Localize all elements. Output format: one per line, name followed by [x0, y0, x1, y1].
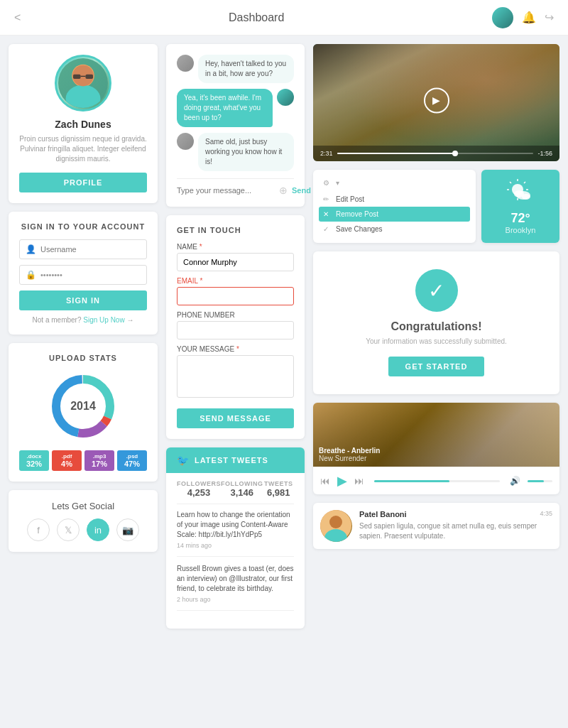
- tweets-header-title: LATEST TWEETS: [195, 456, 268, 464]
- instagram-icon[interactable]: 📷: [116, 518, 139, 541]
- video-controls: 2:31 -1:56: [313, 146, 559, 161]
- phone-input[interactable]: [177, 321, 294, 339]
- music-progress-bar[interactable]: [374, 480, 500, 482]
- tweets-card: 🐦 LATEST TWEETS FOLLOWERS 4,253 FOLLOWIN…: [166, 447, 305, 629]
- dropdown-item-remove[interactable]: ✕ Remove Post: [319, 207, 470, 222]
- filetype-psd: .psd47%: [117, 450, 147, 471]
- tweets-count-stat: TWEETS 6,981: [263, 480, 295, 498]
- weather-temp: 72°: [510, 211, 530, 226]
- contact-form-card: GET IN TOUCH NAME * EMAIL * PHONE NUMBER…: [166, 215, 305, 439]
- rewind-icon[interactable]: ⏮: [320, 475, 330, 487]
- chat-bubble-3: Same old, just busy working you know how…: [198, 133, 294, 171]
- topbar: < Dashboard 🔔 ↪: [0, 0, 568, 36]
- video-progress-bar[interactable]: [337, 153, 534, 154]
- congrats-title: Congratulations!: [327, 320, 545, 333]
- bell-icon[interactable]: 🔔: [522, 11, 536, 24]
- check-icon: ✓: [323, 225, 332, 233]
- upload-stats-card: UPLOAD STATS 2014 .docx3: [9, 343, 158, 482]
- volume-bar[interactable]: [528, 480, 552, 482]
- svg-point-20: [522, 194, 530, 200]
- avatar[interactable]: [492, 7, 513, 28]
- svg-rect-3: [73, 75, 81, 79]
- twitter-icon[interactable]: 𝕏: [57, 518, 80, 541]
- music-thumbnail: Breathe - Anberlin New Surrender: [313, 403, 559, 467]
- svg-line-16: [510, 182, 511, 183]
- back-button[interactable]: <: [14, 11, 21, 24]
- send-message-button[interactable]: SEND MESSAGE: [177, 408, 294, 428]
- video-time-total: -1:56: [537, 150, 552, 157]
- play-button[interactable]: ▶: [424, 87, 449, 113]
- send-button[interactable]: Send: [292, 186, 311, 195]
- chat-input-row: ⊕ Send: [177, 178, 294, 196]
- play-pause-icon[interactable]: ▶: [337, 473, 347, 489]
- dropdown-card: ⚙ ▾ ✏ Edit Post ✕ Remove Post ✓ Save Cha…: [313, 170, 476, 243]
- chat-message: Same old, just busy working you know how…: [177, 133, 294, 171]
- signup-link[interactable]: Sign Up Now: [83, 316, 124, 324]
- dropdown-item-edit[interactable]: ✏ Edit Post: [319, 192, 470, 207]
- weather-city: Brooklyn: [506, 226, 536, 234]
- signin-button[interactable]: SIGN IN: [19, 290, 147, 310]
- name-input[interactable]: [177, 253, 294, 271]
- dropdown-item-settings: ⚙ ▾: [319, 175, 470, 190]
- filetype-pdf: .pdf4%: [52, 450, 82, 471]
- remove-icon: ✕: [323, 210, 332, 218]
- video-time-current: 2:31: [320, 150, 333, 157]
- social-title: Lets Get Social: [19, 501, 147, 511]
- social-card: Lets Get Social f 𝕏 in 📷: [9, 490, 158, 552]
- weather-card: 72° Brooklyn: [481, 170, 559, 243]
- user-icon: 👤: [26, 244, 36, 254]
- profile-bio: Proin cursus dignissim neque id gravida.…: [19, 134, 147, 164]
- chat-card: Hey, haven't talked to you in a bit, how…: [166, 44, 305, 207]
- followers-stat: FOLLOWERS 4,253: [177, 480, 221, 498]
- comment-header: Patel Banoni 4:35: [359, 510, 552, 518]
- comment-card: Patel Banoni 4:35 Sed sapien ligula, con…: [313, 503, 559, 549]
- chat-avatar-3: [177, 133, 194, 150]
- lock-icon: 🔒: [26, 270, 36, 280]
- comment-text: Sed sapien ligula, congue sit amet nulla…: [359, 521, 552, 541]
- music-card: Breathe - Anberlin New Surrender ⏮ ▶ ⏭ 🔊: [313, 403, 559, 494]
- edit-icon: ✏: [323, 195, 332, 203]
- volume-fill: [528, 480, 544, 482]
- donut-chart: 2014: [48, 371, 119, 442]
- profile-button[interactable]: PROFILE: [19, 173, 147, 192]
- congrats-check-icon: ✓: [415, 269, 458, 312]
- twitter-bird-icon: 🐦: [177, 455, 189, 466]
- volume-icon[interactable]: 🔊: [510, 476, 520, 486]
- comment-time: 4:35: [540, 510, 552, 518]
- video-card: ▶ 2:31 -1:56: [313, 44, 559, 161]
- send-icon: ⊕: [279, 185, 288, 196]
- commenter-avatar: [320, 510, 352, 542]
- message-label: YOUR MESSAGE *: [177, 345, 294, 353]
- forward-icon[interactable]: ⏭: [354, 475, 364, 487]
- chat-avatar-2: [277, 89, 294, 106]
- dropdown-item-save[interactable]: ✓ Save Changes: [319, 222, 470, 237]
- video-background: ▶ 2:31 -1:56: [313, 44, 559, 161]
- weather-icon: [506, 178, 535, 208]
- logout-icon[interactable]: ↪: [545, 11, 554, 24]
- video-progress-dot: [452, 151, 458, 156]
- music-controls: ⏮ ▶ ⏭ 🔊: [313, 467, 559, 494]
- tweet-item-1: Learn how to change the orientation of y…: [177, 510, 294, 557]
- weather-area: ⚙ ▾ ✏ Edit Post ✕ Remove Post ✓ Save Cha…: [313, 170, 559, 243]
- tweet-item-2: Russell Brown gives a toast (er, does an…: [177, 564, 294, 611]
- linkedin-icon[interactable]: in: [87, 518, 109, 541]
- password-input[interactable]: [40, 271, 141, 279]
- social-icons: f 𝕏 in 📷: [19, 518, 147, 541]
- signin-title: SIGN IN TO YOUR ACCOUNT: [19, 222, 147, 231]
- signup-link-text: Not a member? Sign Up Now →: [19, 316, 147, 324]
- get-started-button[interactable]: GET STARTED: [388, 357, 485, 376]
- message-input[interactable]: [177, 355, 294, 398]
- facebook-icon[interactable]: f: [27, 518, 50, 541]
- chat-message: Hey, haven't talked to you in a bit, how…: [177, 55, 294, 83]
- email-input[interactable]: [177, 287, 294, 305]
- chat-bubble-2: Yea, it's been awhile. I'm doing great, …: [177, 89, 273, 127]
- profile-card: Zach Dunes Proin cursus dignissim neque …: [9, 44, 158, 203]
- phone-label: PHONE NUMBER: [177, 311, 294, 319]
- topbar-left: <: [14, 11, 21, 24]
- avatar-inner: [58, 58, 108, 108]
- chat-input[interactable]: [177, 186, 275, 195]
- contact-title: GET IN TOUCH: [177, 226, 294, 234]
- filetype-docx: .docx32%: [19, 450, 49, 471]
- username-input[interactable]: [40, 245, 141, 254]
- music-title-overlay: Breathe - Anberlin New Surrender: [319, 447, 380, 462]
